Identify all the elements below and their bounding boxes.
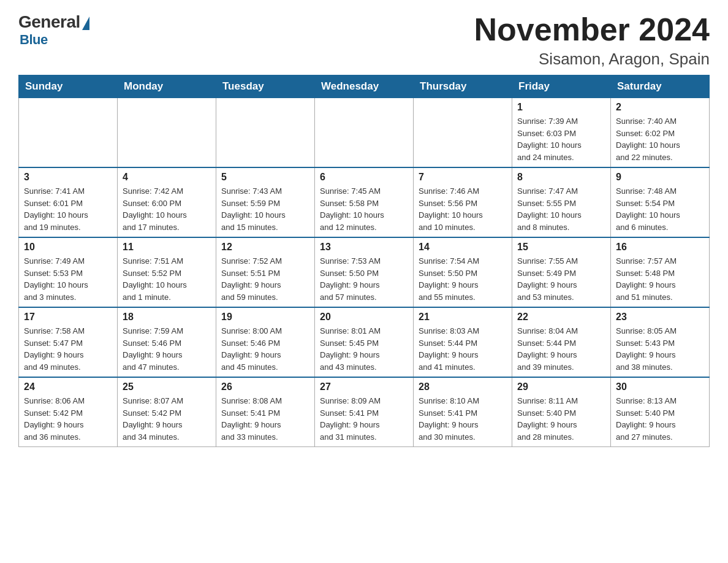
table-row: 7Sunrise: 7:46 AM Sunset: 5:56 PM Daylig… xyxy=(414,167,512,237)
col-sunday: Sunday xyxy=(19,75,118,98)
logo-blue-text: Blue xyxy=(20,32,48,48)
logo-general-text: General xyxy=(18,12,80,32)
col-thursday: Thursday xyxy=(414,75,512,98)
day-number: 28 xyxy=(419,381,507,393)
table-row: 26Sunrise: 8:08 AM Sunset: 5:41 PM Dayli… xyxy=(216,377,315,447)
day-info: Sunrise: 7:45 AM Sunset: 5:58 PM Dayligh… xyxy=(320,185,408,233)
table-row: 17Sunrise: 7:58 AM Sunset: 5:47 PM Dayli… xyxy=(19,307,118,377)
table-row: 2Sunrise: 7:40 AM Sunset: 6:02 PM Daylig… xyxy=(611,98,710,168)
table-row: 23Sunrise: 8:05 AM Sunset: 5:43 PM Dayli… xyxy=(611,307,710,377)
day-info: Sunrise: 7:39 AM Sunset: 6:03 PM Dayligh… xyxy=(517,115,605,163)
day-number: 10 xyxy=(24,242,112,253)
day-number: 2 xyxy=(616,102,704,113)
table-row xyxy=(315,98,414,168)
day-info: Sunrise: 7:46 AM Sunset: 5:56 PM Dayligh… xyxy=(419,185,507,233)
day-number: 20 xyxy=(320,312,408,323)
day-number: 17 xyxy=(24,312,112,323)
table-row: 9Sunrise: 7:48 AM Sunset: 5:54 PM Daylig… xyxy=(611,167,710,237)
title-area: November 2024 Sisamon, Aragon, Spain xyxy=(474,12,710,69)
day-number: 8 xyxy=(517,172,605,183)
day-info: Sunrise: 7:41 AM Sunset: 6:01 PM Dayligh… xyxy=(24,185,112,233)
table-row: 1Sunrise: 7:39 AM Sunset: 6:03 PM Daylig… xyxy=(512,98,611,168)
day-info: Sunrise: 8:04 AM Sunset: 5:44 PM Dayligh… xyxy=(517,325,605,373)
day-info: Sunrise: 7:58 AM Sunset: 5:47 PM Dayligh… xyxy=(24,325,112,373)
day-number: 21 xyxy=(419,312,507,323)
day-info: Sunrise: 8:05 AM Sunset: 5:43 PM Dayligh… xyxy=(616,325,704,373)
day-info: Sunrise: 8:11 AM Sunset: 5:40 PM Dayligh… xyxy=(517,395,605,443)
calendar-week-row: 10Sunrise: 7:49 AM Sunset: 5:53 PM Dayli… xyxy=(19,237,710,307)
table-row: 29Sunrise: 8:11 AM Sunset: 5:40 PM Dayli… xyxy=(512,377,611,447)
table-row: 18Sunrise: 7:59 AM Sunset: 5:46 PM Dayli… xyxy=(118,307,216,377)
table-row: 27Sunrise: 8:09 AM Sunset: 5:41 PM Dayli… xyxy=(315,377,414,447)
day-info: Sunrise: 7:59 AM Sunset: 5:46 PM Dayligh… xyxy=(123,325,211,373)
day-info: Sunrise: 7:51 AM Sunset: 5:52 PM Dayligh… xyxy=(123,255,211,303)
day-info: Sunrise: 8:01 AM Sunset: 5:45 PM Dayligh… xyxy=(320,325,408,373)
table-row: 15Sunrise: 7:55 AM Sunset: 5:49 PM Dayli… xyxy=(512,237,611,307)
day-number: 12 xyxy=(221,242,309,253)
day-number: 1 xyxy=(517,102,605,113)
day-info: Sunrise: 7:49 AM Sunset: 5:53 PM Dayligh… xyxy=(24,255,112,303)
day-number: 22 xyxy=(517,312,605,323)
day-info: Sunrise: 7:53 AM Sunset: 5:50 PM Dayligh… xyxy=(320,255,408,303)
day-info: Sunrise: 7:55 AM Sunset: 5:49 PM Dayligh… xyxy=(517,255,605,303)
day-info: Sunrise: 8:06 AM Sunset: 5:42 PM Dayligh… xyxy=(24,395,112,443)
day-number: 3 xyxy=(24,172,112,183)
table-row: 3Sunrise: 7:41 AM Sunset: 6:01 PM Daylig… xyxy=(19,167,118,237)
day-number: 24 xyxy=(24,381,112,393)
day-number: 15 xyxy=(517,242,605,253)
table-row: 28Sunrise: 8:10 AM Sunset: 5:41 PM Dayli… xyxy=(414,377,512,447)
table-row: 19Sunrise: 8:00 AM Sunset: 5:46 PM Dayli… xyxy=(216,307,315,377)
day-info: Sunrise: 8:00 AM Sunset: 5:46 PM Dayligh… xyxy=(221,325,309,373)
col-wednesday: Wednesday xyxy=(315,75,414,98)
table-row: 16Sunrise: 7:57 AM Sunset: 5:48 PM Dayli… xyxy=(611,237,710,307)
logo-triangle-icon xyxy=(82,17,89,30)
day-info: Sunrise: 7:47 AM Sunset: 5:55 PM Dayligh… xyxy=(517,185,605,233)
table-row: 4Sunrise: 7:42 AM Sunset: 6:00 PM Daylig… xyxy=(118,167,216,237)
calendar-week-row: 3Sunrise: 7:41 AM Sunset: 6:01 PM Daylig… xyxy=(19,167,710,237)
table-row: 21Sunrise: 8:03 AM Sunset: 5:44 PM Dayli… xyxy=(414,307,512,377)
table-row: 11Sunrise: 7:51 AM Sunset: 5:52 PM Dayli… xyxy=(118,237,216,307)
table-row: 14Sunrise: 7:54 AM Sunset: 5:50 PM Dayli… xyxy=(414,237,512,307)
day-number: 13 xyxy=(320,242,408,253)
table-row xyxy=(414,98,512,168)
table-row: 20Sunrise: 8:01 AM Sunset: 5:45 PM Dayli… xyxy=(315,307,414,377)
location-title: Sisamon, Aragon, Spain xyxy=(474,50,710,69)
day-info: Sunrise: 7:42 AM Sunset: 6:00 PM Dayligh… xyxy=(123,185,211,233)
day-number: 23 xyxy=(616,312,704,323)
day-info: Sunrise: 7:48 AM Sunset: 5:54 PM Dayligh… xyxy=(616,185,704,233)
day-info: Sunrise: 7:57 AM Sunset: 5:48 PM Dayligh… xyxy=(616,255,704,303)
day-number: 4 xyxy=(123,172,211,183)
day-number: 7 xyxy=(419,172,507,183)
table-row xyxy=(118,98,216,168)
day-number: 19 xyxy=(221,312,309,323)
day-number: 14 xyxy=(419,242,507,253)
day-info: Sunrise: 8:13 AM Sunset: 5:40 PM Dayligh… xyxy=(616,395,704,443)
day-number: 25 xyxy=(123,381,211,393)
calendar-table: Sunday Monday Tuesday Wednesday Thursday… xyxy=(18,75,710,447)
table-row: 30Sunrise: 8:13 AM Sunset: 5:40 PM Dayli… xyxy=(611,377,710,447)
table-row: 12Sunrise: 7:52 AM Sunset: 5:51 PM Dayli… xyxy=(216,237,315,307)
day-info: Sunrise: 7:54 AM Sunset: 5:50 PM Dayligh… xyxy=(419,255,507,303)
col-saturday: Saturday xyxy=(611,75,710,98)
day-info: Sunrise: 8:09 AM Sunset: 5:41 PM Dayligh… xyxy=(320,395,408,443)
calendar-week-row: 17Sunrise: 7:58 AM Sunset: 5:47 PM Dayli… xyxy=(19,307,710,377)
day-info: Sunrise: 7:40 AM Sunset: 6:02 PM Dayligh… xyxy=(616,115,704,163)
day-number: 30 xyxy=(616,381,704,393)
logo: General Blue xyxy=(18,12,89,48)
table-row: 25Sunrise: 8:07 AM Sunset: 5:42 PM Dayli… xyxy=(118,377,216,447)
table-row: 24Sunrise: 8:06 AM Sunset: 5:42 PM Dayli… xyxy=(19,377,118,447)
day-info: Sunrise: 8:07 AM Sunset: 5:42 PM Dayligh… xyxy=(123,395,211,443)
day-number: 5 xyxy=(221,172,309,183)
day-info: Sunrise: 7:43 AM Sunset: 5:59 PM Dayligh… xyxy=(221,185,309,233)
day-number: 11 xyxy=(123,242,211,253)
table-row: 8Sunrise: 7:47 AM Sunset: 5:55 PM Daylig… xyxy=(512,167,611,237)
day-info: Sunrise: 8:10 AM Sunset: 5:41 PM Dayligh… xyxy=(419,395,507,443)
calendar-header-row: Sunday Monday Tuesday Wednesday Thursday… xyxy=(19,75,710,98)
day-number: 29 xyxy=(517,381,605,393)
col-tuesday: Tuesday xyxy=(216,75,315,98)
table-row xyxy=(216,98,315,168)
day-number: 6 xyxy=(320,172,408,183)
col-monday: Monday xyxy=(118,75,216,98)
day-info: Sunrise: 8:03 AM Sunset: 5:44 PM Dayligh… xyxy=(419,325,507,373)
day-number: 18 xyxy=(123,312,211,323)
